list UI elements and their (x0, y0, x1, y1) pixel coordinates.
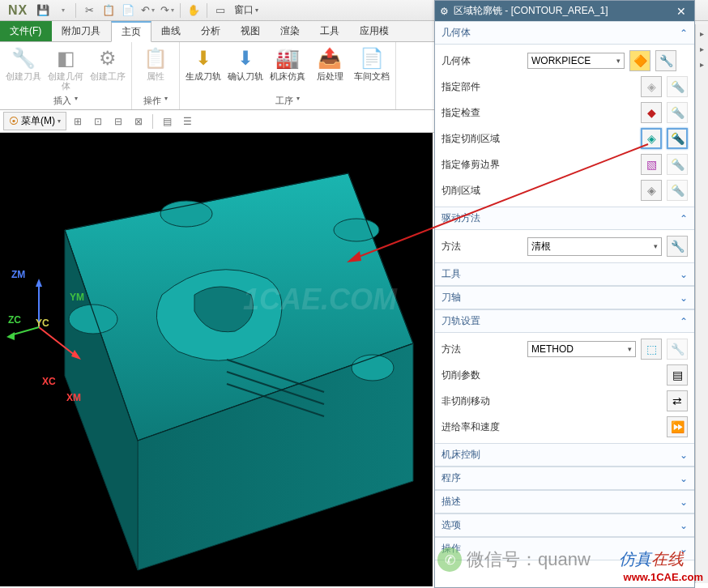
axis-zc: ZC (8, 314, 21, 326)
machine-icon: 🏭 (275, 45, 301, 71)
group-insert-label: 插入 (53, 95, 71, 107)
check-show-icon: 🔦 (667, 102, 688, 123)
machine-sim-button[interactable]: 🏭 机床仿真 (267, 44, 308, 83)
menu-button[interactable]: ⦿ 菜单(M) ▾ (3, 112, 66, 130)
side-icon-3[interactable]: ▸ (700, 60, 704, 69)
path-wrench-icon: 🔧 (667, 339, 688, 360)
tab-analyze[interactable]: 分析 (191, 21, 231, 41)
tab-view[interactable]: 视图 (231, 21, 271, 41)
filter-icon[interactable]: ▤ (158, 113, 176, 130)
side-icon-2[interactable]: ▸ (700, 45, 704, 53)
feeds-icon[interactable]: ⏩ (667, 416, 688, 437)
geom-body-combo[interactable]: WORKPIECE ▾ (527, 53, 625, 69)
section-drive[interactable]: 驱动方法 ⌃ (435, 207, 694, 230)
section-desc[interactable]: 描述 ⌄ (435, 490, 694, 513)
watermark: 1CAE.COM (243, 283, 397, 317)
operation-panel: ⚙ 区域轮廓铣 - [CONTOUR_AREA_1] ✕ 几何体 ⌃ 几何体 W… (434, 0, 695, 588)
tab-app[interactable]: 应用模 (350, 21, 399, 41)
tab-addon[interactable]: 附加刀具 (52, 21, 111, 41)
create-geometry-button[interactable]: ◧ 创建几何体 (45, 44, 86, 92)
part-label: 指定部件 (441, 80, 522, 94)
tree-icon[interactable]: ☰ (178, 113, 196, 130)
tab-file[interactable]: 文件(F) (0, 21, 52, 41)
touch-icon[interactable]: ✋ (185, 2, 203, 19)
check-select-icon[interactable]: ◆ (641, 102, 662, 123)
chevron-down-icon: ⌄ (680, 473, 688, 484)
noncut-icon[interactable]: ⇄ (667, 390, 688, 411)
geom-wrench-icon[interactable]: 🔧 (655, 50, 676, 71)
drive-method-label: 方法 (441, 240, 522, 254)
drive-method-combo[interactable]: 清根 ▾ (527, 237, 662, 256)
viewport-3d[interactable]: ZM ZC YC YM XC XM 1CAE.COM (0, 133, 433, 586)
post-button[interactable]: 📤 后处理 (309, 44, 350, 83)
section-machine[interactable]: 机床控制 ⌄ (435, 443, 694, 467)
part-select-icon[interactable]: ◈ (641, 76, 662, 97)
redo-dropdown[interactable]: ↷ (158, 2, 176, 19)
chevron-down-icon: ⌄ (680, 269, 688, 280)
close-icon[interactable]: ✕ (673, 5, 689, 18)
post-icon: 📤 (317, 45, 343, 71)
geom-select-icon[interactable]: 🔶 (629, 50, 650, 71)
tab-tools[interactable]: 工具 (310, 21, 350, 41)
chevron-down-icon: ⌄ (680, 292, 688, 304)
trim-label: 指定修剪边界 (441, 158, 522, 172)
svg-marker-13 (71, 350, 81, 360)
genpath-icon: ⬇ (190, 45, 216, 71)
geometry-icon: ◧ (53, 45, 79, 71)
save-dropdown[interactable] (53, 2, 71, 19)
menu-label: 菜单(M) (21, 114, 55, 128)
section-path[interactable]: 刀轨设置 ⌃ (435, 309, 694, 333)
path-method-combo[interactable]: METHOD ▾ (527, 341, 636, 357)
chevron-up-icon: ⌃ (680, 28, 688, 39)
svg-line-12 (39, 327, 75, 356)
drive-edit-icon[interactable]: 🔧 (667, 236, 688, 257)
cut-icon[interactable]: ✂ (80, 2, 98, 19)
nx-logo: NX (3, 3, 32, 18)
save-icon[interactable]: 💾 (34, 2, 52, 19)
sim-watermark: 仿真在线 (619, 548, 684, 570)
shop-doc-button[interactable]: 📄 车间文档 (352, 44, 392, 83)
section-geometry[interactable]: 几何体 ⌃ (435, 21, 694, 45)
section-program[interactable]: 程序 ⌄ (435, 467, 694, 490)
cutparams-icon[interactable]: ▤ (667, 364, 688, 386)
group-procedure-label: 工序 (275, 95, 293, 107)
cutarea-label: 指定切削区域 (441, 132, 522, 146)
generate-path-button[interactable]: ⬇ 生成刀轨 (183, 44, 224, 83)
cutarea-select-icon[interactable]: ◈ (641, 128, 662, 149)
side-icon-1[interactable]: ▸ (700, 29, 704, 38)
axis-ym: YM (70, 292, 84, 303)
path-method-label: 方法 (441, 343, 522, 356)
tab-render[interactable]: 渲染 (271, 21, 310, 41)
create-tool-button[interactable]: 🔧 创建刀具 (3, 44, 44, 83)
window-menu[interactable]: 窗口 ▾ (231, 3, 262, 17)
nav-icon-1[interactable]: ⊞ (69, 113, 87, 130)
nav-icon-2[interactable]: ⊡ (89, 113, 107, 130)
verify-path-button[interactable]: ⬇ 确认刀轨 (225, 44, 266, 83)
section-options[interactable]: 选项 ⌄ (435, 513, 694, 537)
section-tool[interactable]: 工具 ⌄ (435, 262, 694, 286)
chevron-down-icon: ⌄ (680, 496, 688, 508)
box-icon[interactable]: ▭ (211, 2, 229, 19)
create-procedure-button[interactable]: ⚙ 创建工序 (87, 44, 128, 83)
section-toolaxis[interactable]: 刀轴 ⌄ (435, 286, 694, 309)
nav-icon-4[interactable]: ⊠ (130, 113, 147, 130)
svg-marker-15 (6, 332, 15, 340)
nav-icon-3[interactable]: ⊟ (109, 113, 127, 130)
properties-button[interactable]: 📋 属性 (135, 44, 176, 83)
svg-point-3 (160, 201, 212, 227)
cutregion-select-icon[interactable]: ◈ (641, 180, 662, 201)
path-inherit-icon[interactable]: ⬚ (641, 339, 662, 360)
cutarea-show-icon[interactable]: 🔦 (667, 128, 688, 149)
tab-home[interactable]: 主页 (111, 21, 151, 42)
copy-icon[interactable]: 📋 (100, 2, 117, 19)
undo-dropdown[interactable]: ↶ (139, 2, 156, 19)
trim-select-icon[interactable]: ▧ (641, 154, 662, 175)
verify-icon: ⬇ (232, 45, 258, 71)
paste-icon[interactable]: 📄 (119, 2, 137, 19)
axis-zm: ZM (11, 269, 25, 280)
feeds-label: 进给率和速度 (441, 420, 522, 434)
tool-icon: 🔧 (11, 45, 36, 71)
chevron-up-icon: ⌃ (680, 213, 688, 224)
side-icon-strip: ▸ ▸ ▸ (695, 24, 708, 583)
tab-curve[interactable]: 曲线 (151, 21, 191, 41)
